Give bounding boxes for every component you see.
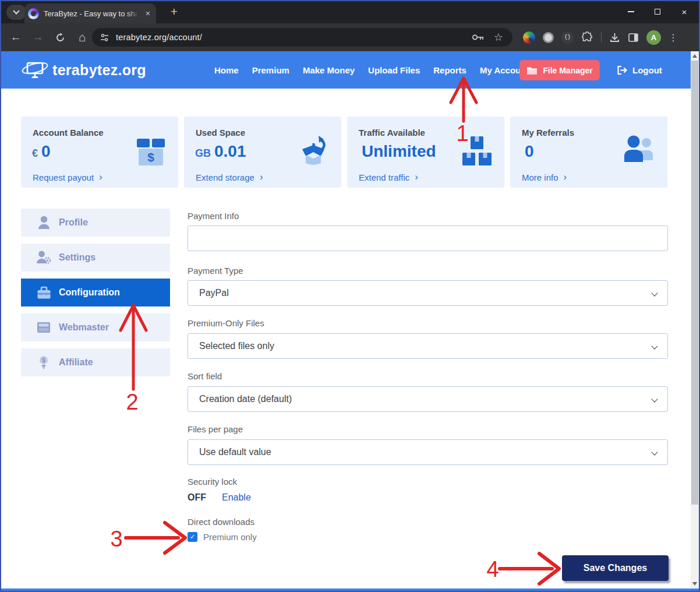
money-box-icon: $: [135, 135, 167, 168]
nav-links: Home Premium Make Money Upload Files Rep…: [214, 51, 529, 89]
extend-traffic-link[interactable]: Extend traffic›: [359, 171, 418, 183]
chevron-down-icon: [651, 290, 657, 296]
bulb-dollar-icon: $: [36, 355, 51, 370]
scrollbar-up-arrow[interactable]: [691, 52, 699, 60]
svg-text:$: $: [42, 357, 45, 363]
premium-only-checkbox[interactable]: ✓: [188, 532, 197, 542]
scrollbar-down-arrow[interactable]: [691, 580, 699, 588]
browser-titlebar: TeraBytez - Easy way to share y × + ×: [0, 0, 700, 23]
payment-type-select[interactable]: PayPal: [188, 280, 668, 306]
chevron-right-icon: ›: [99, 171, 102, 183]
new-tab-button[interactable]: +: [167, 4, 182, 19]
page-scrollbar[interactable]: [691, 51, 699, 589]
user-icon: [36, 216, 51, 230]
side-panel-icon[interactable]: [628, 32, 639, 43]
nav-home[interactable]: Home: [214, 65, 239, 75]
tab-title-fade: [127, 7, 140, 20]
logo-text: terabytez.org: [52, 62, 146, 79]
security-lock-enable-link[interactable]: Enable: [222, 492, 251, 503]
nav-make-money[interactable]: Make Money: [303, 65, 355, 75]
sidebar-item-affiliate[interactable]: $ Affiliate: [21, 348, 170, 376]
password-key-icon[interactable]: [472, 33, 485, 41]
chevron-down-icon: [651, 343, 657, 349]
logout-label: Logout: [632, 65, 662, 75]
referrals-people-icon: [622, 135, 656, 165]
request-payout-link[interactable]: Request payout›: [33, 171, 102, 183]
nav-reports[interactable]: Reports: [433, 65, 466, 75]
nav-premium[interactable]: Premium: [252, 65, 289, 75]
open-box-icon: [297, 135, 330, 168]
toolbox-icon: [36, 286, 51, 299]
window-maximize-button[interactable]: [644, 0, 671, 23]
sidebar-item-webmaster[interactable]: Webmaster: [21, 313, 170, 341]
extend-storage-link[interactable]: Extend storage›: [196, 171, 263, 183]
extensions-row: {} A ⋮: [523, 28, 678, 47]
premium-only-files-select[interactable]: Selected files only: [188, 333, 668, 359]
window-controls: ×: [617, 0, 698, 23]
browser-window: TeraBytez - Easy way to share y × + × ← …: [0, 0, 700, 592]
card-value: 0: [41, 142, 51, 161]
url-text[interactable]: terabytez.org/account/: [116, 33, 202, 42]
payment-type-label: Payment Type: [188, 266, 243, 276]
minimize-icon: [628, 11, 634, 12]
extension-circle-icon[interactable]: [543, 32, 554, 43]
card-value: 0: [525, 142, 534, 161]
sort-field-label: Sort field: [188, 371, 222, 381]
chevron-down-icon: [651, 449, 657, 455]
home-button[interactable]: ⌂: [73, 28, 91, 47]
save-changes-button[interactable]: Save Changes: [562, 555, 669, 581]
user-gear-icon: [36, 251, 51, 265]
browser-menu-icon[interactable]: ⋮: [669, 32, 678, 43]
forward-button[interactable]: →: [29, 28, 47, 47]
boxes-icon: [461, 135, 493, 167]
more-info-link[interactable]: More info›: [522, 171, 567, 183]
sidebar-item-configuration[interactable]: Configuration: [21, 279, 170, 306]
page-content: terabytez.org Home Premium Make Money Up…: [0, 51, 700, 592]
tab-title: TeraBytez - Easy way to share y: [44, 9, 137, 18]
browser-toolbar: ← → ⌂ terabytez.org/account/ ☆ {} A ⋮: [0, 23, 700, 51]
card-title: Account Balance: [33, 128, 104, 138]
sort-field-select[interactable]: Creation date (default): [188, 386, 668, 412]
file-manager-label: File Manager: [543, 66, 593, 75]
svg-text:$: $: [147, 150, 154, 164]
files-per-page-select[interactable]: Use default value: [188, 439, 668, 465]
check-icon: ✓: [190, 533, 195, 541]
downloads-icon[interactable]: [609, 32, 620, 43]
nav-upload-files[interactable]: Upload Files: [368, 65, 420, 75]
site-settings-icon[interactable]: [100, 33, 109, 43]
footer-strip: [0, 589, 700, 592]
reload-button[interactable]: [51, 28, 69, 47]
site-logo[interactable]: terabytez.org: [21, 59, 146, 81]
scrollbar-thumb[interactable]: [691, 61, 698, 505]
monitor-orbit-logo-icon: [21, 59, 49, 81]
site-navbar: terabytez.org Home Premium Make Money Up…: [0, 51, 700, 89]
bookmark-star-icon[interactable]: ☆: [494, 31, 503, 44]
logout-icon: [616, 65, 628, 76]
maximize-icon: [655, 9, 660, 15]
premium-only-checkbox-label: Premium only: [203, 532, 257, 542]
tab-close-icon[interactable]: ×: [146, 9, 150, 18]
code-badge-extension-icon[interactable]: {}: [561, 31, 574, 44]
payment-info-input[interactable]: [188, 225, 668, 251]
tab-search-button[interactable]: [6, 5, 26, 20]
profile-avatar[interactable]: A: [646, 30, 661, 45]
premium-only-files-label: Premium-Only Files: [188, 318, 264, 328]
file-manager-button[interactable]: File Manager: [519, 60, 600, 80]
idm-extension-icon[interactable]: [523, 31, 535, 44]
sidebar-item-profile[interactable]: Profile: [21, 209, 170, 237]
sidebar-item-settings[interactable]: Settings: [21, 244, 170, 272]
browser-tab[interactable]: TeraBytez - Easy way to share y ×: [24, 3, 156, 23]
card-traffic-available: Traffic Available Unlimited Extend traff…: [347, 117, 504, 188]
card-value: Unlimited: [362, 142, 436, 161]
logout-button[interactable]: Logout: [616, 51, 662, 89]
card-account-balance: Account Balance €0 Request payout› $: [21, 117, 178, 188]
address-bar[interactable]: terabytez.org/account/ ☆: [92, 28, 512, 47]
chevron-right-icon: ›: [415, 171, 418, 183]
card-my-referrals: My Referrals 0 More info›: [510, 117, 667, 188]
chevron-down-icon: [651, 396, 657, 402]
back-button[interactable]: ←: [7, 28, 24, 47]
card-value: 0.01: [214, 142, 246, 161]
window-close-button[interactable]: ×: [671, 0, 698, 23]
extensions-puzzle-icon[interactable]: [581, 31, 593, 44]
window-minimize-button[interactable]: [617, 0, 644, 23]
